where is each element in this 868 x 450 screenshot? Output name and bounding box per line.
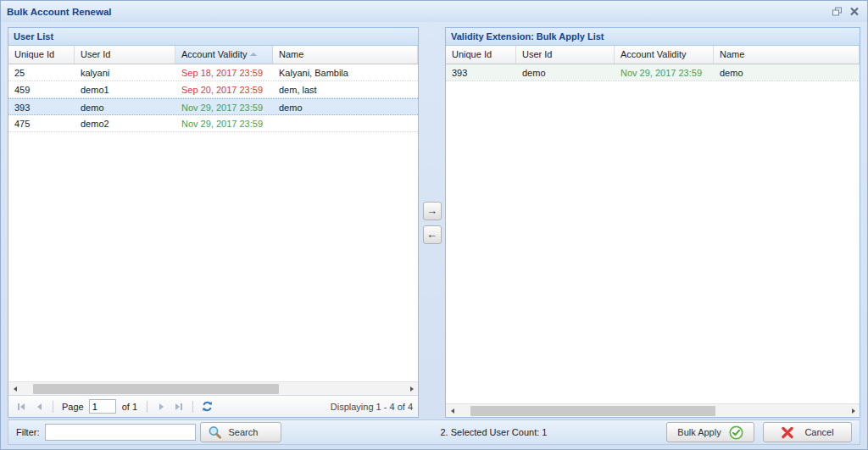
window-controls (830, 5, 861, 19)
prev-page-icon[interactable] (31, 399, 47, 414)
filter-label: Filter: (16, 427, 40, 437)
page-number-input[interactable] (89, 399, 116, 414)
table-row[interactable]: 459 demo1 Sep 20, 2017 23:59 dem, last (8, 81, 418, 98)
transfer-buttons: → ← (419, 27, 445, 418)
restore-icon[interactable] (830, 5, 844, 19)
first-page-icon[interactable] (14, 399, 29, 414)
column-header-account-validity[interactable]: Account Validity (175, 46, 273, 64)
window-titlebar: Bulk Account Renewal (1, 1, 867, 22)
next-page-icon[interactable] (153, 399, 169, 414)
column-header-name[interactable]: Name (714, 46, 860, 64)
table-row[interactable]: 25 kalyani Sep 18, 2017 23:59 Kalyani, B… (8, 64, 418, 81)
search-icon (208, 425, 222, 440)
bulk-apply-horizontal-scrollbar (446, 403, 860, 417)
page-count-label: of 1 (122, 402, 137, 412)
bulk-apply-list-panel: Validity Extension: Bulk Apply List Uniq… (445, 27, 860, 418)
close-icon[interactable] (847, 5, 861, 19)
red-x-icon (781, 426, 794, 439)
column-header-user-id[interactable]: User Id (75, 46, 175, 64)
scrollbar-thumb[interactable] (33, 384, 279, 394)
column-header-account-validity[interactable]: Account Validity (615, 46, 714, 64)
bulk-apply-button-label: Bulk Apply (677, 427, 721, 437)
footer-toolbar: Filter: Search 2. Selected User Count: 1… (8, 419, 860, 445)
table-row-selected[interactable]: 393 demo Nov 29, 2017 23:59 demo (8, 98, 418, 115)
check-circle-icon (729, 425, 743, 440)
bulk-apply-column-headers: Unique Id User Id Account Validity Name (446, 46, 860, 64)
last-page-icon[interactable] (171, 399, 186, 414)
user-list-grid-body: 25 kalyani Sep 18, 2017 23:59 Kalyani, B… (8, 64, 418, 381)
move-left-button[interactable]: ← (423, 225, 442, 244)
displaying-status: Displaying 1 - 4 of 4 (331, 402, 413, 412)
scroll-right-icon[interactable] (847, 404, 860, 418)
column-header-unique-id[interactable]: Unique Id (446, 46, 516, 64)
scroll-left-icon[interactable] (8, 382, 21, 396)
table-row[interactable]: 475 demo2 Nov 29, 2017 23:59 (8, 115, 418, 132)
window-title: Bulk Account Renewal (7, 7, 112, 17)
cancel-button[interactable]: Cancel (763, 422, 852, 442)
sort-asc-icon (250, 53, 257, 56)
search-button[interactable]: Search (200, 422, 281, 442)
page-label: Page (62, 402, 84, 412)
window-body: User List Unique Id User Id Account Vali… (1, 22, 867, 418)
refresh-icon[interactable] (199, 399, 214, 414)
footer-actions: Bulk Apply Cancel (666, 422, 852, 442)
paging-toolbar: Page of 1 Displaying 1 - 4 of 4 (8, 395, 418, 417)
scroll-right-icon[interactable] (405, 382, 418, 396)
user-list-column-headers: Unique Id User Id Account Validity Name (8, 46, 418, 64)
bulk-apply-grid-body: 393 demo Nov 29, 2017 23:59 demo (446, 64, 860, 403)
selected-user-count-status: 2. Selected User Count: 1 (441, 427, 548, 437)
scrollbar-thumb[interactable] (470, 406, 715, 416)
column-header-unique-id[interactable]: Unique Id (8, 46, 75, 64)
user-list-panel: User List Unique Id User Id Account Vali… (8, 27, 419, 418)
arrow-right-icon: → (426, 205, 437, 216)
user-list-title: User List (8, 28, 418, 46)
search-button-label: Search (229, 427, 259, 437)
filter-input[interactable] (45, 424, 196, 441)
table-row[interactable]: 393 demo Nov 29, 2017 23:59 demo (446, 64, 860, 81)
scroll-left-icon[interactable] (446, 404, 459, 418)
bulk-account-renewal-window: Bulk Account Renewal User List Unique Id… (0, 0, 868, 450)
bulk-apply-list-title: Validity Extension: Bulk Apply List (446, 28, 860, 46)
column-header-name[interactable]: Name (273, 46, 418, 64)
cancel-button-label: Cancel (804, 427, 833, 437)
move-right-button[interactable]: → (423, 202, 442, 220)
column-header-user-id[interactable]: User Id (516, 46, 615, 64)
bulk-apply-button[interactable]: Bulk Apply (666, 422, 754, 442)
arrow-left-icon: ← (426, 229, 437, 240)
user-list-horizontal-scrollbar (8, 381, 418, 395)
